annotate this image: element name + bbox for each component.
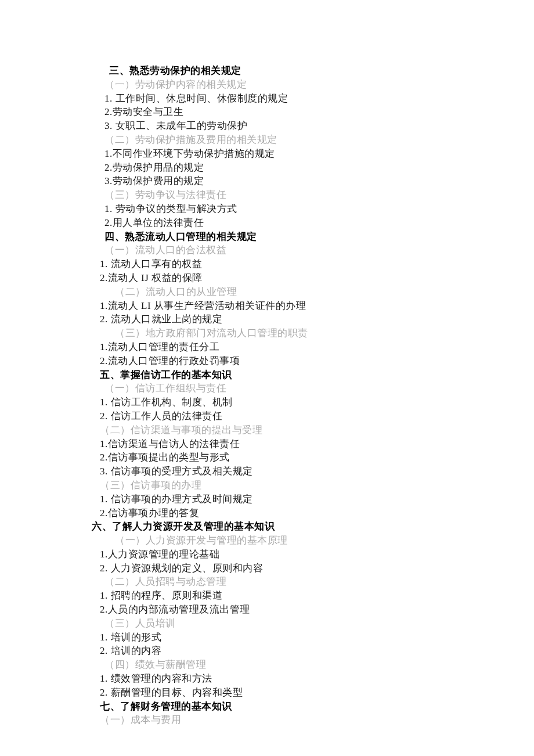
outline-line: 3. 女职工、未成年工的劳动保护: [0, 119, 534, 133]
outline-line: 1.信访渠道与信访人的法律责任: [0, 437, 534, 451]
outline-line: 六、了解人力资源开发及管理的基本知识: [0, 520, 534, 534]
outline-line: （二）劳动保护措施及费用的相关规定: [0, 133, 534, 147]
outline-line: 2.劳动安全与卫生: [0, 105, 534, 119]
outline-line: 1.流动人 LI 从事生产经营活动相关证件的办理: [0, 299, 534, 313]
outline-line: 1. 信访事项的办理方式及时间规定: [0, 492, 534, 506]
outline-line: （一）人力资源开发与管理的基本原理: [0, 534, 534, 548]
outline-line: 2.劳动保护用品的规定: [0, 161, 534, 175]
outline-line: （二）人员招聘与动态管理: [0, 575, 534, 589]
outline-line: 七、了解财务管理的基本知识: [0, 700, 534, 714]
outline-line: （三）劳动争议与法律责任: [0, 188, 534, 202]
outline-line: （三）信访事项的办理: [0, 478, 534, 492]
outline-line: 1.流动人口管理的责任分工: [0, 340, 534, 354]
outline-line: 1.人力资源管理的理论基础: [0, 548, 534, 561]
outline-line: （四）绩效与薪酬管理: [0, 658, 534, 672]
outline-line: （一）流动人口的合法权益: [0, 243, 534, 257]
outline-line: 1. 信访工作机构、制度、机制: [0, 395, 534, 409]
outline-line: （三）人员培训: [0, 617, 534, 631]
outline-line: （一）劳动保护内容的相关规定: [0, 78, 534, 92]
outline-line: 2.流动人 IJ 权益的保障: [0, 271, 534, 285]
outline-line: 2. 流动人口就业上岗的规定: [0, 312, 534, 326]
outline-line: 3.劳动保护费用的规定: [0, 174, 534, 188]
outline-line: 2.用人单位的法律责任: [0, 216, 534, 230]
outline-line: 1. 工作时间、休息时间、休假制度的规定: [0, 92, 534, 106]
outline-line: 2. 人力资源规划的定义、原则和内容: [0, 561, 534, 575]
outline-line: 三、熟悉劳动保护的相关规定: [0, 64, 534, 78]
outline-line: 2. 薪酬管理的目标、内容和类型: [0, 686, 534, 700]
outline-line: 2.信访事项提出的类型与形式: [0, 451, 534, 465]
outline-line: （一）信访工作组织与责任: [0, 381, 534, 395]
outline-line: 2.人员的内部流动管理及流出管理: [0, 603, 534, 617]
outline-line: 2.流动人口管理的行政处罚事项: [0, 354, 534, 368]
outline-line: 2.信访事项办理的答复: [0, 506, 534, 520]
outline-line: 1. 流动人口享有的权益: [0, 257, 534, 271]
outline-line: 1. 招聘的程序、原则和渠道: [0, 589, 534, 603]
outline-line: （二）流动人口的从业管理: [0, 285, 534, 299]
outline-line: 1. 绩效管理的内容和方法: [0, 672, 534, 686]
outline-line: 2. 培训的内容: [0, 644, 534, 658]
outline-line: （一）成本与费用: [0, 713, 534, 727]
outline-line: 3. 信访事项的受理方式及相关规定: [0, 465, 534, 478]
outline-line: 1. 劳动争议的类型与解决方式: [0, 202, 534, 216]
outline-line: 五、掌握信访工作的基本知识: [0, 368, 534, 382]
outline-line: 1. 培训的形式: [0, 631, 534, 645]
document-page: 三、熟悉劳动保护的相关规定（一）劳动保护内容的相关规定1. 工作时间、休息时间、…: [0, 0, 534, 756]
outline-line: （三）地方政府部门对流动人口管理的职责: [0, 326, 534, 340]
outline-line: 四、熟悉流动人口管理的相关规定: [0, 230, 534, 244]
outline-line: （二）信访渠道与事项的提出与受理: [0, 423, 534, 437]
outline-line: 1.不同作业环境下劳动保护措施的规定: [0, 147, 534, 161]
outline-line: 2. 信访工作人员的法律责任: [0, 409, 534, 423]
